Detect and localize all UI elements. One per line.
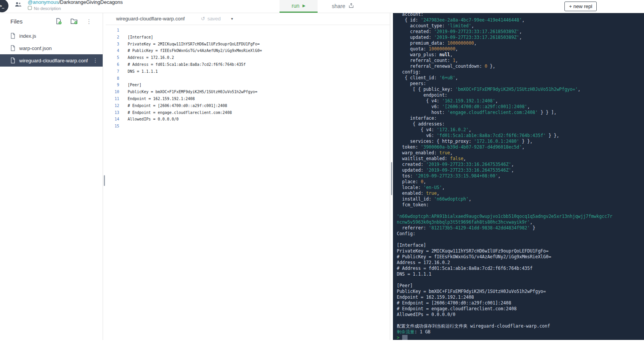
save-status: ↺ saved [201,16,221,22]
repl-name: /DarkorangeGivingDecagons [58,0,123,5]
line-text: Address = 172.16.0.2 [119,54,174,61]
line-text: # Endpoint = engage.cloudflareclient.com… [119,109,232,116]
console-line: premium_data: 1000000000, [397,40,644,46]
console-line: referral_count: 1, [397,58,644,64]
editor-line[interactable]: 9[Peer] [106,82,390,89]
line-text: # PublicKey = fIEEsFkOWxnGsTG/v4AzAefUNy… [119,47,262,54]
line-number: 11 [106,95,119,102]
console-line: referral_renewal_countdown: 0 }, [397,64,644,69]
editor-line[interactable]: 1 [106,27,390,34]
line-text: # Endpoint = [2606:4700:d0::a29f:c001]:2… [119,102,227,109]
console-line: [Interface] [397,243,644,248]
line-number: 2 [106,34,119,41]
line-number: 12 [106,102,119,109]
editor-pane: wireguard-cloudflare-warp.conf ↺ saved ▾… [106,13,390,340]
console-line [397,208,644,214]
editor-line[interactable]: 15 [106,123,390,130]
console-line: peers: [397,81,644,87]
console-line: quota: 1000000000, [397,46,644,52]
editor-line[interactable]: 10PublicKey = bmXOC+F1FxEMF9dyiK2H5/1SUt… [106,89,390,95]
console-line: { v4: '172.16.0.2', [397,127,644,133]
run-button[interactable]: run ▶ [280,0,318,13]
console-line [397,237,644,243]
console-resize-handle[interactable] [390,13,393,340]
file-icon [10,57,15,64]
console-line: updated: '2019-09-27T23:33:16.264753546Z… [397,167,644,173]
editor-line[interactable]: 3PrivateKey = 2MICKuqw11IhYSR7cHD6wIlUFz… [106,41,390,48]
console-line: 'n66wdoptcph:APA91bialxaed9augc0wupjvo1c… [397,214,644,219]
console-line: # Endpoint = engage.cloudflareclient.com… [397,306,644,312]
save-status-label: saved [207,16,221,22]
line-text: AllowedIPs = 0.0.0.0/0 [119,116,178,123]
console-line: 剩余流量: 1 GB [397,329,644,335]
console-line: { v4: '162.159.192.1:2408', [397,98,644,104]
file-row[interactable]: warp-conf.json [0,42,103,54]
description-icon [28,6,32,11]
files-sidebar: Files ⋮ ind [0,13,103,340]
add-file-button[interactable] [55,18,62,25]
editor-line[interactable]: 13# Endpoint = engage.cloudflareclient.c… [106,109,390,116]
console-line: interface: [397,115,644,121]
play-icon: ▶ [303,4,306,8]
console-line: locale: 'en-US', [397,185,644,191]
console-line: account: [397,13,644,17]
editor-line[interactable]: 12# Endpoint = [2606:4700:d0::a29f:c001]… [106,102,390,109]
share-button[interactable]: share [329,0,356,12]
console-line: place: 0, [397,179,644,185]
files-menu-icon[interactable]: ⋮ [86,18,92,24]
files-title: Files [10,18,23,25]
console-line: Config: [397,231,644,237]
file-row[interactable]: index.js [0,30,103,42]
console-line: Address = 172.16.0.2 [397,260,644,266]
console-line: enabled: true, [397,191,644,196]
editor-line[interactable]: 14AllowedIPs = 0.0.0.0/0 [106,116,390,123]
file-menu-icon[interactable]: ⋮ [93,57,103,64]
run-label: run [292,3,300,9]
console-line: # Address = fd01:5ca1:ab1e:8a8a:7cd2:f6f… [397,266,644,271]
code-editor[interactable]: 12[Interface]3PrivateKey = 2MICKuqw11IhY… [106,25,390,340]
editor-line[interactable]: 11Endpoint = 162.159.192.1:2408 [106,95,390,102]
line-number: 3 [106,41,119,48]
console-output: account: { id: '247983ee-2a8a-4bc7-99ee-… [393,13,644,340]
console-pane[interactable]: account: { id: '247983ee-2a8a-4bc7-99ee-… [393,13,644,340]
file-name: index.js [19,33,36,39]
console-line: warp_plus: null, [397,52,644,58]
repl-description[interactable]: No description [28,6,123,11]
line-text [119,75,128,82]
editor-line[interactable]: 7DNS = 1.1.1.1 [106,68,390,75]
drag-grip[interactable] [104,175,105,186]
console-line: AllowedIPs = 0.0.0.0/0 [397,312,644,318]
console-line: waitlist_enabled: false, [397,156,644,162]
editor-line[interactable]: 8 [106,75,390,82]
file-row[interactable]: wireguard-cloudflare-warp.conf⋮ [0,54,103,67]
console-line: # PublicKey = fIEEsFkOWxnGsTG/v4AzAefUNy… [397,254,644,260]
chevron-down-icon[interactable]: ▾ [231,17,233,21]
console-line: v6: 'fd01:5ca1:ab1e:8a8a:7cd2:f6f6:764b:… [397,133,644,139]
line-text [119,27,128,34]
line-number: 8 [106,75,119,82]
main-row: Files ⋮ ind [0,13,644,340]
console-line: v6: '[2606:4700:d0::a29f:c001]:2408', [397,104,644,110]
repl-title[interactable]: @anonymous/DarkorangeGivingDecagons [28,0,123,5]
new-repl-button[interactable]: + new repl [564,2,597,11]
add-folder-button[interactable] [70,18,78,24]
repl-title-block: @anonymous/DarkorangeGivingDecagons No d… [28,0,123,11]
drag-grip[interactable] [391,162,392,195]
line-text: DNS = 1.1.1.1 [119,68,158,75]
editor-line[interactable]: 6# Address = fd01:5ca1:ab1e:8a8a:7cd2:f6… [106,61,390,68]
saved-icon: ↺ [201,16,205,22]
editor-line[interactable]: 2[Interface] [106,34,390,41]
line-text: Endpoint = 162.159.192.1:2408 [119,95,195,102]
console-line: config: [397,69,644,75]
editor-line[interactable]: 5Address = 172.16.0.2 [106,54,390,61]
replit-logo[interactable]: >_ [0,0,8,12]
line-number: 14 [106,116,119,123]
editor-line[interactable]: 4# PublicKey = fIEEsFkOWxnGsTG/v4AzAefUN… [106,47,390,54]
file-name: warp-conf.json [19,45,52,51]
console-line: DNS = 1.1.1.1 [397,271,644,277]
console-line: ncnw5v5963k0q3nbbqlp3t5t9696fah8ts80hc3h… [397,219,644,225]
line-number: 10 [106,89,119,95]
console-line: Endpoint = 162.159.192.1:2408 [397,294,644,300]
multiplayer-icon[interactable] [15,2,22,9]
sidebar-resize-handle[interactable] [103,13,106,340]
